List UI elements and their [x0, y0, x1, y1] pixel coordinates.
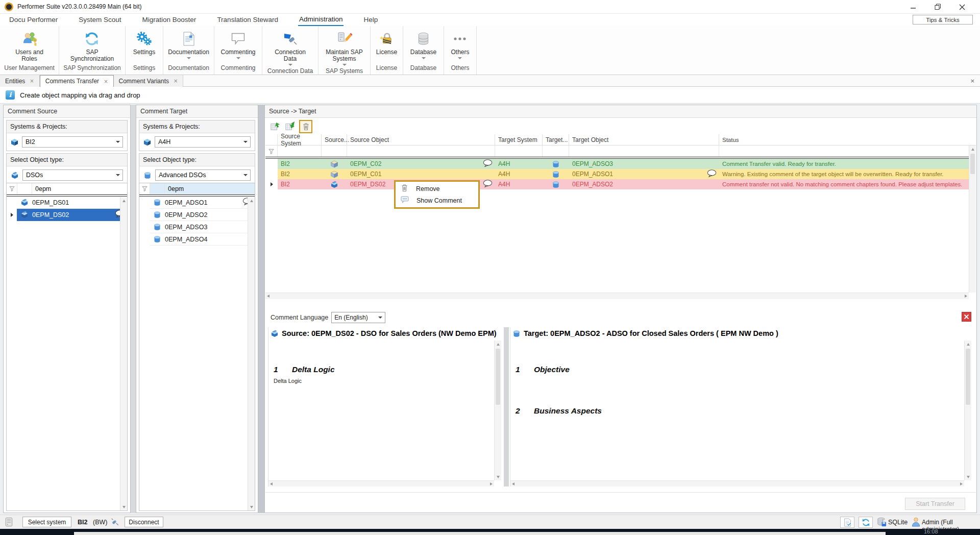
select-system-button[interactable]: Select system — [22, 517, 71, 527]
column-header[interactable]: Source Object — [347, 134, 495, 145]
list-item[interactable]: 0EPM_ADSO2 — [139, 209, 255, 221]
target-object-type-dropdown[interactable]: Advanced DSOs — [155, 169, 251, 181]
sap-synchronization-button[interactable]: SAP Synchronization — [64, 29, 120, 62]
commenting-button[interactable]: Commenting — [220, 29, 255, 59]
export-mapping-button[interactable] — [270, 120, 282, 133]
tab-close-icon[interactable]: × — [30, 78, 34, 84]
scroll-up-arrow[interactable] — [965, 341, 971, 348]
column-header[interactable]: Source... — [322, 134, 347, 145]
scroll-thumb[interactable] — [966, 349, 970, 405]
horizontal-scrollbar[interactable] — [268, 480, 494, 487]
scroll-up-arrow[interactable] — [120, 197, 127, 204]
target-system-dropdown[interactable]: A4H — [155, 136, 251, 148]
import-mapping-button[interactable] — [284, 120, 297, 133]
restore-button[interactable] — [926, 0, 949, 14]
scroll-right-arrow[interactable] — [490, 482, 493, 485]
scroll-thumb[interactable] — [496, 349, 500, 405]
list-item[interactable]: 0EPM_ADSO1 — [139, 197, 255, 209]
scroll-left-arrow[interactable] — [512, 482, 514, 485]
scroll-left-arrow[interactable] — [267, 295, 270, 298]
remove-mapping-button[interactable] — [299, 120, 312, 133]
mapping-row-warning[interactable]: BI2 0EPM_C01 A4H 0EPM_ADSO1 Warning. Exi… — [265, 169, 976, 179]
maintain-sap-systems-button[interactable]: Maintain SAP Systems — [324, 29, 365, 66]
comment-language-dropdown[interactable]: En (English) — [331, 312, 385, 323]
comment-bubble-icon — [707, 169, 717, 179]
vertical-scrollbar[interactable] — [120, 197, 127, 510]
license-button[interactable]: License — [376, 29, 397, 56]
tab-close-icon[interactable]: × — [174, 78, 178, 84]
documentation-button[interactable]: Documentation — [168, 29, 209, 59]
scroll-down-arrow[interactable] — [248, 503, 255, 510]
vertical-scrollbar[interactable] — [964, 341, 971, 480]
filter-row[interactable]: 0epm — [7, 183, 127, 194]
column-header[interactable]: Source System — [278, 134, 322, 145]
menu-migration-booster[interactable]: Migration Booster — [141, 14, 198, 26]
scroll-down-arrow[interactable] — [120, 503, 127, 510]
list-item[interactable]: 0EPM_DS01 — [7, 197, 127, 209]
others-button[interactable]: Others — [451, 29, 469, 59]
sap-sync-icon — [84, 29, 100, 49]
scroll-left-arrow[interactable] — [270, 482, 273, 485]
mapping-grid: Source System Source... Source Object Ta… — [265, 134, 976, 299]
filter-row[interactable]: 0epm — [139, 183, 255, 194]
scroll-down-arrow[interactable] — [495, 473, 501, 480]
target-comment-body[interactable]: 1Objective 2Business Aspects — [510, 342, 964, 480]
column-header[interactable]: Status — [719, 134, 976, 145]
tab-group-close-icon[interactable]: × — [970, 78, 975, 84]
vertical-scrollbar[interactable] — [494, 341, 501, 480]
scroll-up-arrow[interactable] — [969, 145, 976, 153]
connection-data-button[interactable]: Connection Data — [272, 29, 309, 66]
menu-help[interactable]: Help — [362, 14, 379, 26]
start-transfer-button[interactable]: Start Transfer — [905, 498, 965, 510]
list-item[interactable]: 0EPM_ADSO4 — [139, 233, 255, 246]
refresh-button[interactable] — [859, 517, 873, 528]
vertical-scrollbar[interactable] — [248, 197, 255, 510]
column-header[interactable]: Target System — [495, 134, 543, 145]
tab-entities[interactable]: Entities× — [0, 75, 40, 87]
settings-button[interactable]: Settings — [133, 29, 155, 56]
column-header[interactable]: Target... — [543, 134, 569, 145]
tab-comment-variants[interactable]: Comment Variants× — [114, 75, 184, 87]
menu-system-scout[interactable]: System Scout — [78, 14, 122, 26]
vertical-scrollbar[interactable] — [969, 145, 976, 293]
source-system-dropdown[interactable]: BI2 — [22, 136, 123, 148]
tips-tricks-button[interactable]: Tips & Tricks — [913, 15, 973, 25]
list-item[interactable]: 0EPM_ADSO3 — [139, 221, 255, 233]
source-object-type-dropdown[interactable]: DSOs — [22, 169, 123, 181]
users-and-roles-button[interactable]: Users and Roles — [12, 29, 47, 62]
close-comment-view-button[interactable] — [962, 312, 971, 322]
column-header[interactable]: Target Object — [569, 134, 719, 145]
filter-input[interactable]: 0epm — [32, 183, 127, 194]
database-button[interactable]: Database — [410, 29, 436, 59]
scroll-right-arrow[interactable] — [965, 295, 967, 298]
panel-splitter[interactable] — [258, 105, 264, 513]
scroll-right-arrow[interactable] — [960, 482, 963, 485]
tab-comments-transfer[interactable]: Comments Transfer× — [40, 75, 114, 87]
menu-docu-performer[interactable]: Docu Performer — [8, 14, 59, 26]
source-comment-body[interactable]: 1Delta Logic Delta Logic — [268, 342, 494, 480]
report-log-button[interactable] — [840, 517, 854, 528]
mapping-row-error[interactable]: BI2 0EPM_DS02 A4H 0EPM_ADSO2 Comment tra… — [265, 179, 976, 189]
tab-close-icon[interactable]: × — [104, 79, 108, 84]
context-menu-remove[interactable]: Remove — [396, 183, 478, 194]
minimize-button[interactable] — [901, 0, 925, 14]
scroll-thumb[interactable] — [970, 154, 975, 174]
scroll-up-arrow[interactable] — [495, 341, 501, 348]
menu-administration[interactable]: Administration — [298, 14, 344, 27]
close-button[interactable] — [950, 0, 974, 14]
scroll-up-arrow[interactable] — [248, 197, 255, 204]
comment-pane-splitter[interactable] — [504, 327, 509, 487]
panel-splitter[interactable] — [131, 105, 136, 513]
mapping-row-valid[interactable]: BI2 0EPM_C02 A4H 0EPM_ADSO3 Comment Tran… — [265, 159, 976, 169]
dso-icon — [17, 199, 32, 206]
horizontal-scrollbar[interactable] — [265, 293, 969, 299]
horizontal-scrollbar[interactable] — [510, 480, 964, 487]
filter-input[interactable]: 0epm — [165, 183, 255, 194]
disconnect-button[interactable]: Disconnect — [125, 517, 163, 527]
chevron-down-icon — [113, 174, 122, 176]
list-item-selected[interactable]: 0EPM_DS02 — [7, 209, 127, 221]
menu-translation-steward[interactable]: Translation Steward — [216, 14, 279, 26]
scroll-down-arrow[interactable] — [965, 473, 971, 480]
context-menu-show-comment[interactable]: Show Comment — [396, 194, 478, 206]
grid-filter-row[interactable] — [265, 145, 976, 157]
